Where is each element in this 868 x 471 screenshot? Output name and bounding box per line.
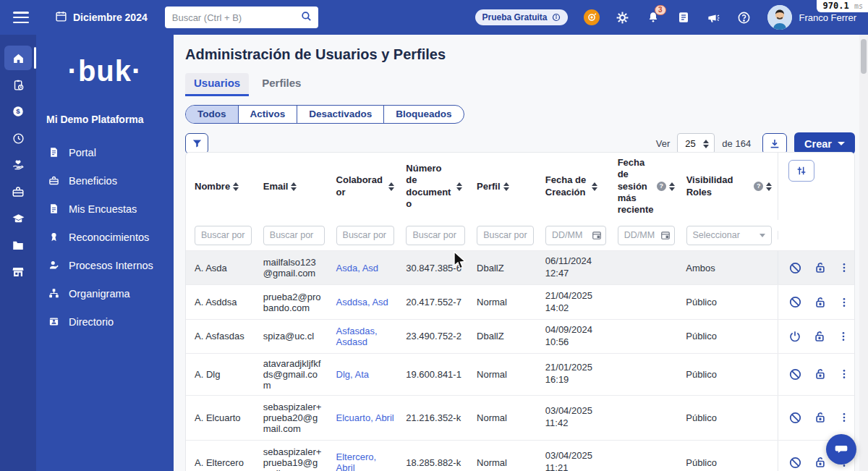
help-icon[interactable]: ? [657,182,666,191]
global-search[interactable] [165,7,318,28]
filter-perfil-input[interactable] [477,226,534,245]
filter-nombre-input[interactable] [195,226,252,245]
sort-icon[interactable] [388,182,394,191]
tab-bar: Usuarios Perfiles [185,73,868,96]
help-icon[interactable]: ? [754,182,763,191]
announcements-megaphone-icon[interactable] [707,10,721,25]
trial-badge[interactable]: Prueba Gratuita [475,9,568,25]
download-button[interactable] [762,133,787,155]
scrollbar-thumb[interactable] [861,39,867,74]
table-row[interactable]: A. Eltercero sebaspizaler+prueba19@gmail… [186,440,854,471]
rail-item-documents[interactable] [4,233,32,258]
filter-email-input[interactable] [263,226,325,245]
page-size-select[interactable]: 25 [677,133,715,154]
filter-todos[interactable]: Todos [186,106,239,123]
ban-icon[interactable] [788,410,802,425]
sidebar-item-portal[interactable]: Portal [36,138,174,166]
power-icon[interactable] [788,329,801,344]
sort-icon[interactable] [291,182,297,191]
ban-icon[interactable] [788,367,802,381]
user-avatar[interactable] [767,5,792,30]
kebab-menu-icon[interactable] [838,410,850,425]
ban-icon[interactable] [788,295,802,310]
sort-icon[interactable] [233,182,239,191]
rail-item-talent[interactable] [4,153,32,177]
filter-visibilidad-select[interactable]: Seleccionar [686,226,773,245]
sidebar-item-organigrama[interactable]: Organigrama [36,279,174,307]
search-input[interactable] [172,12,300,23]
lock-open-icon[interactable] [814,367,827,381]
notifications-bell-icon[interactable]: 3 [646,10,660,25]
page-scrollbar[interactable] [859,35,868,471]
lunchbox-icon [12,185,25,198]
cell-perfil: Normal [471,285,540,319]
page-title: Administración de Usuarios y Perfiles [185,46,868,63]
lock-open-icon[interactable] [814,410,827,425]
sort-icon[interactable] [669,182,675,191]
kebab-menu-icon[interactable] [838,367,850,381]
select-placeholder: Seleccionar [693,230,740,240]
chat-fab-button[interactable] [826,434,856,464]
rail-item-marketplace[interactable] [4,260,32,284]
tab-usuarios[interactable]: Usuarios [185,73,249,96]
graduation-cap-icon [12,212,25,226]
kebab-menu-icon[interactable] [838,260,850,275]
help-icon[interactable] [737,10,752,25]
rail-item-tasks[interactable] [4,72,32,97]
column-config-button[interactable] [788,160,814,182]
sidebar-item-procesos-internos[interactable]: Procesos Internos [36,251,174,279]
rail-item-home[interactable] [4,46,32,70]
sort-icon[interactable] [503,182,509,191]
main-content: Administración de Usuarios y Perfiles Us… [174,35,868,471]
filter-documento-input[interactable] [406,226,465,245]
lock-open-icon[interactable] [814,260,827,275]
kebab-menu-icon[interactable] [838,295,850,310]
ban-icon[interactable] [788,260,802,275]
filter-colaborador-input[interactable] [336,226,395,245]
calendar-icon[interactable] [660,230,671,240]
user-name[interactable]: Franco Ferrer [799,12,856,23]
lock-open-icon[interactable] [814,295,827,310]
collaborator-link[interactable]: Asfasdas, Asdasd [336,326,395,347]
sort-icon[interactable] [592,182,597,191]
collaborator-link[interactable]: Dlg, Ata [336,369,395,380]
hamburger-menu-icon[interactable] [13,12,29,23]
tab-perfiles[interactable]: Perfiles [253,73,310,96]
cell-visibilidad: Público [680,396,778,440]
settings-gear-icon[interactable] [616,10,630,25]
calendar-icon[interactable] [592,230,602,240]
rail-item-time[interactable] [4,126,32,150]
table-row[interactable]: A. Asddsa prueba2@probando.com Asddsa, A… [186,284,854,319]
sidebar-item-beneficios[interactable]: Beneficios [36,166,174,195]
company-name: Mi Demo Plataforma [36,114,174,125]
filter-activos[interactable]: Activos [239,106,298,123]
sidebar-item-reconocimientos[interactable]: Reconocimientos [36,223,174,251]
search-icon[interactable] [300,10,312,25]
assistant-icon[interactable] [584,9,600,25]
table-row[interactable]: A. Elcuarto sebaspizaler+prueba20@gmail.… [186,395,854,440]
period-selector[interactable]: Diciembre 2024 [55,10,148,25]
ban-icon[interactable] [788,455,802,470]
table-row[interactable]: A. Dlg atavaradjkljfkfds@gmail.com Dlg, … [186,353,854,395]
filter-desactivados[interactable]: Desactivados [297,106,384,123]
lock-open-icon[interactable] [813,329,826,344]
collaborator-link[interactable]: Asda, Asd [336,263,395,273]
table-row[interactable]: A. Asda mailfalso123@gmail.com Asda, Asd… [186,250,854,284]
kebab-menu-icon[interactable] [838,329,849,344]
sort-icon[interactable] [456,182,462,191]
table-row[interactable]: A. Asfasdas spiza@uc.cl Asfasdas, Asdasd… [186,319,854,353]
rail-item-remunerations[interactable]: $ [4,99,32,124]
filter-bloqueados[interactable]: Bloqueados [384,106,463,123]
changelog-icon[interactable] [676,10,691,25]
survey-icon [48,203,60,215]
rail-item-training[interactable] [4,206,32,231]
advanced-filter-button[interactable] [185,133,208,154]
sidebar-item-directorio[interactable]: Directorio [36,307,174,336]
lock-open-icon[interactable] [814,455,827,470]
sort-icon[interactable] [766,182,772,191]
sidebar-item-mis-encuestas[interactable]: Mis Encuestas [36,195,174,223]
rail-item-benefits[interactable] [4,179,32,204]
collaborator-link[interactable]: Eltercero, Abril [336,451,395,471]
collaborator-link[interactable]: Elcuarto, Abril [336,412,395,423]
collaborator-link[interactable]: Asddsa, Asd [336,297,395,307]
